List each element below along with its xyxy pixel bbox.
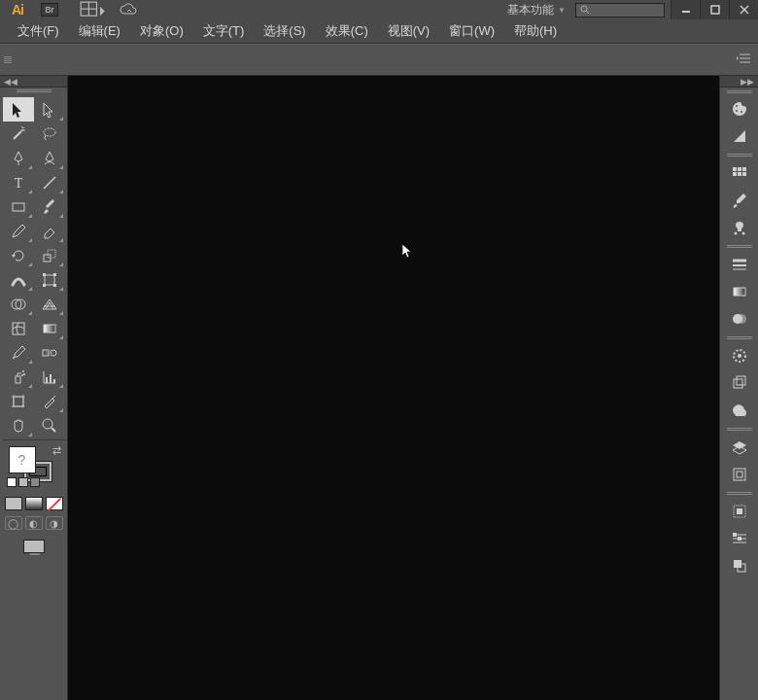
chevron-down-icon: ▼ xyxy=(558,6,566,15)
control-bar xyxy=(0,44,758,76)
tool-pen[interactable]: 钢笔工具 xyxy=(3,146,34,170)
svg-marker-12 xyxy=(737,56,739,60)
panel-graphic-styles[interactable]: 图形样式 xyxy=(720,369,758,397)
tool-selection[interactable]: 选择工具 xyxy=(3,97,34,122)
fill-color-swatch[interactable]: ? xyxy=(9,446,36,473)
tool-magic-wand[interactable]: 魔棒工具 xyxy=(3,122,34,146)
panel-transparency[interactable]: 透明度 xyxy=(720,305,758,332)
draw-normal-button[interactable]: ◯ xyxy=(5,516,22,530)
tool-symbol-sprayer[interactable]: 符号喷枪工具 xyxy=(3,365,34,389)
svg-rect-63 xyxy=(738,172,741,176)
panel-artboards[interactable]: 画板 xyxy=(720,461,758,488)
tool-slice[interactable]: 切片工具 xyxy=(34,389,65,413)
close-button[interactable] xyxy=(729,0,758,19)
tool-zoom[interactable]: 缩放工具 xyxy=(34,413,65,438)
right-dock-expand-button[interactable]: ▶▶ xyxy=(720,76,758,88)
menu-object[interactable]: 对象(O) xyxy=(130,19,193,43)
panel-brushes[interactable]: 画笔 xyxy=(720,187,758,214)
svg-marker-58 xyxy=(734,130,745,142)
tool-curvature[interactable]: 曲率工具 xyxy=(34,146,65,170)
tool-artboard[interactable]: 画板工具 xyxy=(3,389,34,413)
toolbox-grip[interactable] xyxy=(0,88,67,95)
tool-line[interactable]: 线段工具 xyxy=(34,170,65,194)
control-bar-menu-button[interactable] xyxy=(737,52,750,67)
svg-point-56 xyxy=(736,110,738,112)
tool-width[interactable]: 宽度工具 xyxy=(3,267,34,292)
svg-point-40 xyxy=(23,373,25,375)
toolbox-collapse-button[interactable]: ◀◀ xyxy=(0,76,67,88)
panel-layers[interactable]: 图层 xyxy=(720,434,758,461)
panel-pathfinder[interactable]: 路径查找器 xyxy=(720,552,758,579)
right-panel-dock: ▶▶ 颜色 颜色参考 色板 画笔 符号 描边 渐变 透明度 外观 图形样式 库 … xyxy=(719,76,758,700)
draw-inside-button[interactable]: ◑ xyxy=(46,516,63,530)
svg-point-57 xyxy=(741,111,742,113)
draw-behind-button[interactable]: ◐ xyxy=(25,516,43,530)
tool-lasso[interactable]: 套索工具 xyxy=(34,122,65,146)
svg-rect-26 xyxy=(43,273,46,276)
svg-rect-87 xyxy=(738,537,741,541)
tool-blend[interactable]: 混合工具 xyxy=(34,340,65,365)
app-logo: Ai xyxy=(6,3,29,17)
tool-column-graph[interactable]: 柱形图工具 xyxy=(34,365,65,389)
panel-transform[interactable]: 变换 xyxy=(720,525,758,552)
menu-type[interactable]: 文字(T) xyxy=(193,19,255,43)
menu-select[interactable]: 选择(S) xyxy=(254,19,315,43)
window-controls xyxy=(671,0,758,19)
fill-mode-gradient[interactable] xyxy=(25,497,43,510)
minimize-button[interactable] xyxy=(671,0,700,19)
bridge-button[interactable]: Br xyxy=(41,3,58,17)
svg-point-74 xyxy=(738,354,741,358)
menu-edit[interactable]: 编辑(E) xyxy=(69,19,130,43)
panel-stroke[interactable]: 描边 xyxy=(720,251,758,278)
svg-text:T: T xyxy=(14,176,22,191)
panel-swatches[interactable]: 色板 xyxy=(720,159,758,187)
arrange-documents-button[interactable] xyxy=(80,3,107,17)
tool-eyedropper[interactable]: 吸管工具 xyxy=(3,340,34,365)
sync-settings-button[interactable] xyxy=(119,3,138,17)
tool-mesh[interactable]: 网格工具 xyxy=(3,316,34,340)
menu-window[interactable]: 窗口(W) xyxy=(439,19,504,43)
tool-rotate[interactable]: 旋转工具 xyxy=(3,243,34,267)
tool-rectangle[interactable]: 矩形工具 xyxy=(3,194,34,219)
svg-rect-47 xyxy=(14,397,23,406)
svg-point-18 xyxy=(44,128,55,136)
swap-fill-stroke-icon[interactable]: ⇄ xyxy=(52,444,61,457)
panel-color[interactable]: 颜色 xyxy=(720,95,758,122)
dock-handle-icon[interactable] xyxy=(4,51,12,70)
tool-hand[interactable]: 抓手工具 xyxy=(3,413,34,438)
panel-gradient[interactable]: 渐变 xyxy=(720,278,758,305)
tool-direct-selection[interactable]: 直接选择工具 xyxy=(34,97,65,122)
default-fill-stroke-icon[interactable] xyxy=(7,477,40,487)
svg-marker-77 xyxy=(733,441,746,449)
fill-mode-none[interactable] xyxy=(46,497,63,510)
menu-help[interactable]: 帮助(H) xyxy=(504,19,567,43)
tool-eraser[interactable]: 橡皮擦工具 xyxy=(34,219,65,243)
workspace-switcher[interactable]: 基本功能 ▼ xyxy=(507,2,566,18)
menu-view[interactable]: 视图(V) xyxy=(378,19,439,43)
tool-shape-builder[interactable]: 形状生成器工具 xyxy=(3,292,34,316)
tool-text[interactable]: 文字工具T xyxy=(3,170,34,194)
svg-point-39 xyxy=(22,370,24,372)
tool-perspective-grid[interactable]: 透视网格工具 xyxy=(34,292,65,316)
panel-symbols[interactable]: 符号 xyxy=(720,214,758,241)
svg-rect-32 xyxy=(13,323,24,334)
tool-scale[interactable]: 缩放工具 xyxy=(34,243,65,267)
tool-free-transform[interactable]: 自由变换工具 xyxy=(34,267,65,292)
menu-effect[interactable]: 效果(C) xyxy=(316,19,378,43)
screen-mode-button[interactable] xyxy=(23,540,45,553)
fill-mode-color[interactable] xyxy=(5,497,22,510)
panel-appearance[interactable]: 外观 xyxy=(720,342,758,369)
panel-align[interactable]: 对齐 xyxy=(720,498,758,525)
tool-gradient[interactable]: 渐变工具 xyxy=(34,316,65,340)
panel-color-guide[interactable]: 颜色参考 xyxy=(720,122,758,150)
canvas-area[interactable] xyxy=(68,76,719,700)
tool-pencil[interactable]: 铅笔工具 xyxy=(3,219,34,243)
panel-libraries[interactable]: 库 xyxy=(720,397,758,424)
svg-rect-45 xyxy=(50,374,52,383)
menu-file[interactable]: 文件(F) xyxy=(8,19,69,43)
fill-stroke-control[interactable]: ? ⇄ xyxy=(3,442,65,485)
tool-paintbrush[interactable]: 画笔工具 xyxy=(34,194,65,219)
search-input[interactable] xyxy=(575,3,665,18)
maximize-button[interactable] xyxy=(700,0,729,19)
svg-line-4 xyxy=(587,12,590,15)
